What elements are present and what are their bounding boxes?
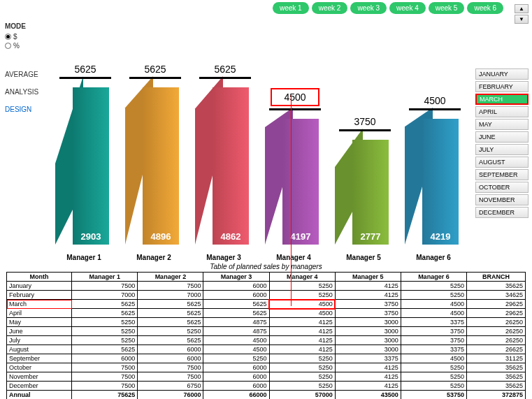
mode-dollar-radio[interactable]: $ <box>5 33 47 41</box>
table-cell: July <box>7 336 72 345</box>
manager-label: Manager 6 <box>402 254 465 261</box>
table-header: Manager 4 <box>269 273 335 282</box>
month-button-june[interactable]: JUNE <box>475 131 529 143</box>
manager-labels: Manager 1Manager 2Manager 3Manager 4Mana… <box>49 254 468 261</box>
table-cell: May <box>7 318 72 327</box>
table-cell: 7500 <box>138 282 203 291</box>
average-line <box>199 77 251 79</box>
month-button-october[interactable]: OCTOBER <box>475 182 529 193</box>
table-cell: 6000 <box>203 363 269 372</box>
manager-label: Manager 2 <box>122 254 185 261</box>
table-cell: 29625 <box>466 300 525 309</box>
table-cell: 3000 <box>335 345 401 354</box>
table-cell: 5625 <box>138 336 203 345</box>
table-cell: 76000 <box>138 391 203 400</box>
table-cell: 4875 <box>203 327 269 336</box>
table-cell: 26250 <box>466 327 525 336</box>
data-table: MonthManager 1Manager 2Manager 3Manager … <box>6 272 526 399</box>
table-row: July52505625450041253000375026250 <box>7 336 526 345</box>
table-cell: 4125 <box>269 345 335 354</box>
table-cell: 4125 <box>335 372 401 382</box>
table-cell: 4500 <box>203 336 269 345</box>
table-cell: October <box>7 363 72 372</box>
table-cell: 5250 <box>401 372 466 382</box>
table-row: September60006000525052503375450031125 <box>7 354 526 363</box>
table-row: May52505625487541253000337526250 <box>7 318 526 327</box>
average-link[interactable]: AVERAGE <box>5 71 47 78</box>
table-cell: 6000 <box>203 282 269 291</box>
month-button-december[interactable]: DECEMBER <box>475 207 529 218</box>
table-body: January75007500600052504125525035625Febr… <box>7 282 526 400</box>
table-cell: 5250 <box>269 382 335 391</box>
month-button-march[interactable]: MARCH <box>475 94 529 105</box>
table-cell: August <box>7 345 72 354</box>
table-header: Manager 2 <box>138 273 203 282</box>
scroll-down-button[interactable]: ▼ <box>515 15 529 24</box>
month-button-september[interactable]: SEPTEMBER <box>475 169 529 180</box>
table-row: Annual7562576000660005700043500537503728… <box>7 391 526 400</box>
analysis-link[interactable]: ANALYSIS <box>5 88 47 96</box>
average-line <box>129 77 181 79</box>
table-header: Manager 1 <box>72 273 138 282</box>
month-button-february[interactable]: FEBRUARY <box>475 81 529 92</box>
table-cell: Annual <box>7 391 72 400</box>
average-label: 4500 <box>271 88 319 106</box>
week-button-6[interactable]: week 6 <box>467 2 503 14</box>
table-cell: 34625 <box>466 291 525 300</box>
table-cell: 26250 <box>466 318 525 327</box>
week-button-4[interactable]: week 4 <box>389 2 426 14</box>
table-cell: 5625 <box>138 300 203 309</box>
table-row: October75007500600052504125525035625 <box>7 363 526 372</box>
table-cell: 4500 <box>203 345 269 354</box>
table-cell: 26625 <box>466 345 525 354</box>
manager-label: Manager 1 <box>52 254 115 261</box>
month-button-august[interactable]: AUGUST <box>475 157 529 168</box>
table-cell: 31125 <box>466 354 525 363</box>
month-button-november[interactable]: NOVEMBER <box>475 194 529 205</box>
table-cell: 5250 <box>401 363 466 372</box>
average-line <box>269 108 321 110</box>
table-cell: 7500 <box>138 372 203 382</box>
table-cell: 4125 <box>269 318 335 327</box>
table-row: June52505250487541253000375026250 <box>7 327 526 336</box>
table-row: December75006750600052504125525035625 <box>7 382 526 391</box>
table-row: August56256000450041253000337526625 <box>7 345 526 354</box>
average-label: 5625 <box>201 64 250 75</box>
scroll-up-button[interactable]: ▲ <box>515 4 529 13</box>
table-cell: January <box>7 282 72 291</box>
table-cell: 5250 <box>401 282 466 291</box>
table-header: BRANCH <box>466 273 525 282</box>
mode-percent-radio[interactable]: % <box>5 42 47 50</box>
week-button-5[interactable]: week 5 <box>429 2 465 14</box>
bar-group: 41974500 <box>262 49 325 245</box>
month-button-july[interactable]: JULY <box>475 144 529 155</box>
week-button-1[interactable]: week 1 <box>273 2 309 14</box>
month-button-april[interactable]: APRIL <box>475 106 529 117</box>
design-link[interactable]: DESIGN <box>5 106 47 113</box>
table-cell: 7500 <box>138 363 203 372</box>
bar-group: 48625625 <box>192 49 255 245</box>
table-cell: 5250 <box>203 354 269 363</box>
table-cell: 5250 <box>269 282 335 291</box>
bar: 4862 <box>213 87 249 245</box>
month-button-january[interactable]: JANUARY <box>475 68 529 80</box>
week-button-3[interactable]: week 3 <box>350 2 387 14</box>
table-cell: 5625 <box>72 300 138 309</box>
table-cell: 5250 <box>401 291 466 300</box>
month-button-may[interactable]: MAY <box>475 119 529 130</box>
average-label: 4500 <box>410 95 459 106</box>
table-row: November75007500600052504125525035625 <box>7 372 526 382</box>
table-header-row: MonthManager 1Manager 2Manager 3Manager … <box>7 273 526 282</box>
table-row: January75007500600052504125525035625 <box>7 282 526 291</box>
table-cell: 26250 <box>466 336 525 345</box>
table-cell: 5250 <box>401 382 466 391</box>
table-cell: March <box>7 300 72 309</box>
week-button-2[interactable]: week 2 <box>312 2 348 14</box>
manager-label: Manager 5 <box>332 254 395 261</box>
table-cell: 5625 <box>72 345 138 354</box>
bar: 2903 <box>73 87 109 245</box>
bars-container: 2903562548965625486256254197450027773750… <box>49 49 468 245</box>
average-label: 5625 <box>131 64 180 75</box>
week-tabs: week 1week 2week 3week 4week 5week 6 <box>273 2 503 14</box>
table-cell: 3375 <box>335 354 401 363</box>
